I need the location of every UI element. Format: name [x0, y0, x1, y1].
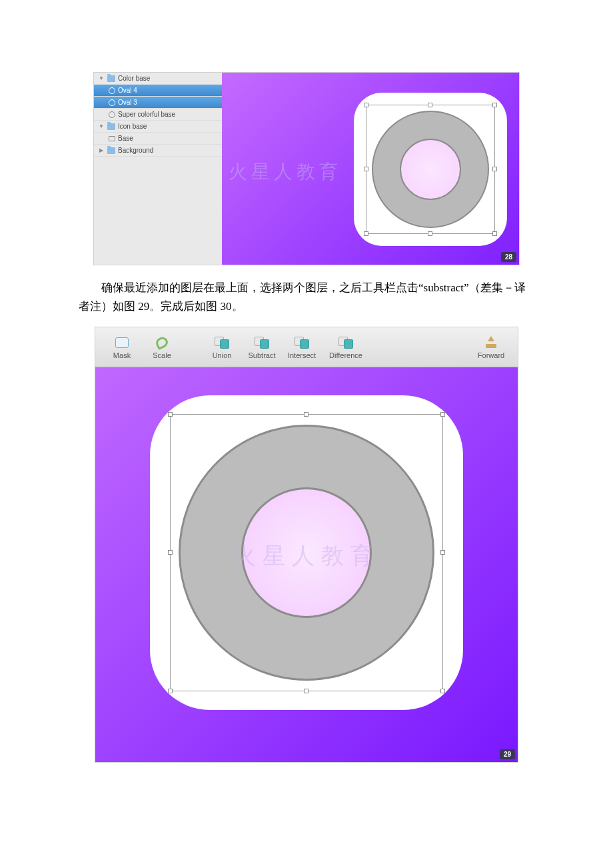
resize-handle-icon[interactable] [428, 231, 432, 236]
layer-row-oval4[interactable]: Oval 4 [94, 85, 222, 97]
tool-label: Forward [478, 351, 504, 359]
figure-number-badge: 29 [500, 749, 515, 759]
figure-29: Mask Scale Union Subtract Intersect Di [95, 327, 518, 763]
rounded-rect-shape [150, 395, 463, 710]
canvas[interactable]: www.bdocx.com 火星人教育 29 [95, 367, 518, 762]
layer-label: Background [118, 147, 153, 154]
layer-label: Base [118, 135, 133, 142]
layer-label: Color base [118, 75, 150, 82]
resize-handle-icon[interactable] [168, 689, 173, 693]
tool-label: Union [213, 351, 232, 359]
layer-label: Icon base [118, 123, 147, 130]
oval-icon [109, 111, 115, 118]
resize-handle-icon[interactable] [304, 412, 308, 417]
union-button[interactable]: Union [202, 335, 242, 359]
layer-row-super-colorful[interactable]: Super colorful base [94, 109, 222, 121]
tool-label: Subtract [249, 351, 276, 359]
selection-box [170, 414, 443, 691]
toolbar: Mask Scale Union Subtract Intersect Di [95, 327, 518, 367]
resize-handle-icon[interactable] [168, 550, 173, 555]
selection-box [366, 105, 495, 234]
layer-row-color-base[interactable]: ▼ Color base [94, 73, 222, 85]
tool-label: Intersect [288, 351, 316, 359]
resize-handle-icon[interactable] [168, 412, 173, 417]
resize-handle-icon[interactable] [492, 231, 497, 236]
watermark-text: 火星人教育 [229, 159, 342, 185]
resize-handle-icon[interactable] [440, 689, 445, 693]
resize-handle-icon[interactable] [440, 550, 445, 555]
layer-label: Oval 4 [118, 87, 137, 94]
figure-number-badge: 28 [501, 252, 516, 262]
layer-label: Super colorful base [118, 111, 175, 118]
resize-handle-icon[interactable] [304, 689, 308, 693]
resize-handle-icon[interactable] [364, 167, 368, 171]
resize-handle-icon[interactable] [440, 412, 445, 417]
disclosure-triangle-icon: ▼ [98, 123, 105, 129]
union-icon [215, 337, 229, 349]
folder-icon [107, 75, 115, 82]
difference-button[interactable]: Difference [322, 335, 370, 359]
inner-oval [241, 487, 372, 618]
disclosure-triangle-icon: ▶ [98, 147, 105, 153]
oval-icon [109, 99, 115, 106]
canvas[interactable]: 火星人教育 28 [222, 73, 519, 265]
layer-label: Oval 3 [118, 99, 137, 106]
resize-handle-icon[interactable] [492, 167, 497, 171]
resize-handle-icon[interactable] [364, 103, 368, 107]
resize-handle-icon[interactable] [492, 103, 497, 107]
layer-row-base[interactable]: Base [94, 133, 222, 145]
folder-icon [107, 147, 115, 154]
tool-label: Mask [113, 351, 131, 359]
mask-button[interactable]: Mask [102, 335, 142, 359]
rounded-rect-shape [354, 93, 507, 246]
layer-row-oval3[interactable]: Oval 3 [94, 97, 222, 109]
resize-handle-icon[interactable] [364, 231, 368, 236]
rect-icon [109, 136, 115, 141]
layer-row-icon-base[interactable]: ▼ Icon base [94, 121, 222, 133]
tool-label: Difference [329, 351, 362, 359]
figure-28: ▼ Color base Oval 4 Oval 3 Super colorfu… [93, 72, 520, 265]
forward-button[interactable]: Forward [471, 335, 511, 359]
layer-row-background[interactable]: ▶ Background [94, 145, 222, 157]
mask-icon [115, 337, 129, 348]
inner-oval [400, 139, 461, 200]
folder-icon [107, 123, 115, 130]
resize-handle-icon[interactable] [428, 103, 432, 107]
intersect-button[interactable]: Intersect [282, 335, 322, 359]
subtract-icon [255, 337, 269, 349]
difference-icon [338, 337, 353, 349]
subtract-button[interactable]: Subtract [242, 335, 282, 359]
oval-icon [109, 87, 115, 94]
forward-icon [484, 337, 498, 348]
layers-panel: ▼ Color base Oval 4 Oval 3 Super colorfu… [94, 73, 222, 265]
tool-label: Scale [153, 351, 171, 359]
disclosure-triangle-icon: ▼ [98, 75, 105, 81]
scale-icon [156, 337, 168, 348]
intersect-icon [295, 337, 309, 349]
scale-button[interactable]: Scale [142, 335, 182, 359]
body-paragraph: 确保最近添加的图层在最上面，选择两个图层，之后工具栏点击“substract”（… [79, 279, 534, 316]
